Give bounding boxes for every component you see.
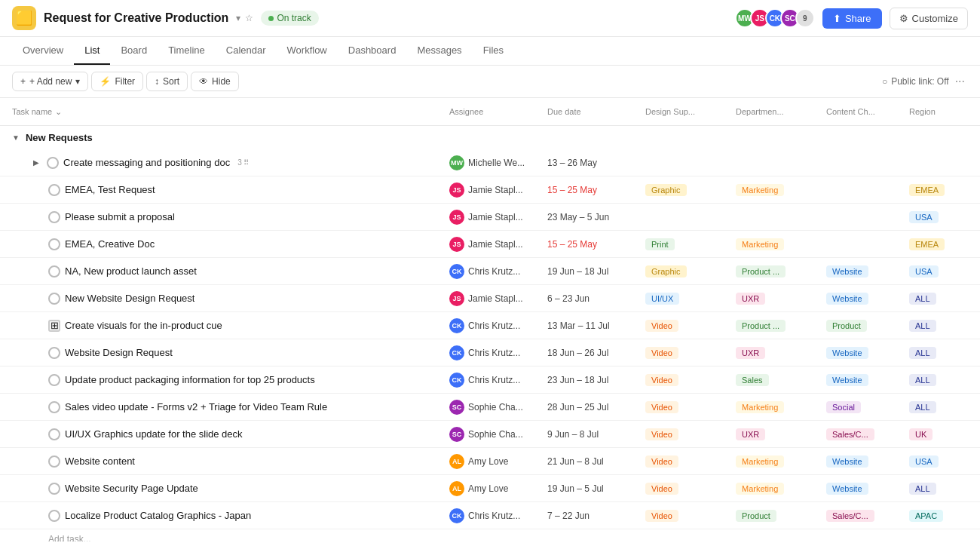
tab-dashboard[interactable]: Dashboard xyxy=(338,37,407,65)
task-checkbox[interactable] xyxy=(48,211,60,223)
region-cell: USA xyxy=(909,455,980,467)
assignee-cell: JS Jamie Stapl... xyxy=(449,237,547,252)
assignee-cell: AL Amy Love xyxy=(449,481,547,496)
assignee-cell: MW Michelle We... xyxy=(449,155,547,170)
task-name-cell: NA, New product launch asset xyxy=(12,265,449,278)
task-checkbox[interactable] xyxy=(48,265,60,278)
tab-timeline[interactable]: Timeline xyxy=(158,37,216,65)
project-title: Request for Creative Production xyxy=(44,11,228,25)
avatar: SC xyxy=(449,400,464,415)
task-name[interactable]: Website content xyxy=(65,455,135,467)
task-name[interactable]: NA, New product launch asset xyxy=(65,265,197,277)
task-name[interactable]: Update product packaging information for… xyxy=(65,374,315,385)
tab-board[interactable]: Board xyxy=(110,37,158,65)
table-row: Website Design Request CK Chris Krutz...… xyxy=(0,339,980,367)
star-icon[interactable]: ☆ xyxy=(245,13,253,23)
col-department: Departmen... xyxy=(736,107,826,116)
design-sup-cell: Video xyxy=(645,401,736,413)
assignee-cell: SC Sophie Cha... xyxy=(449,427,547,442)
task-name[interactable]: Localize Product Catalog Graphics - Japa… xyxy=(65,510,251,521)
tab-calendar[interactable]: Calendar xyxy=(216,37,277,65)
task-checkbox[interactable] xyxy=(48,401,60,413)
design-sup-cell: Graphic xyxy=(645,184,736,195)
table-row: Sales video update - Forms v2 + Triage f… xyxy=(0,394,980,421)
task-name[interactable]: Website Security Page Update xyxy=(65,483,198,494)
task-checkbox[interactable] xyxy=(48,184,60,196)
filter-button[interactable]: ⚡ Filter xyxy=(91,72,143,91)
task-checkbox[interactable] xyxy=(47,157,59,169)
tab-list[interactable]: List xyxy=(74,37,110,65)
department-tag: Product xyxy=(736,510,776,522)
content-cell: Social xyxy=(826,401,909,413)
task-checkbox[interactable] xyxy=(48,293,60,305)
assignee-cell: JS Jamie Stapl... xyxy=(449,210,547,225)
content-tag: Website xyxy=(826,455,868,468)
region-cell: ALL xyxy=(909,483,980,494)
col-design-sup: Design Sup... xyxy=(645,107,736,116)
task-checkbox[interactable] xyxy=(48,483,60,495)
design-sup-tag: Graphic xyxy=(645,184,687,196)
task-name[interactable]: Sales video update - Forms v2 + Triage f… xyxy=(65,401,327,413)
tab-files[interactable]: Files xyxy=(473,37,514,65)
task-name-cell: New Website Design Request xyxy=(12,293,449,305)
customize-button[interactable]: ⚙ Customize xyxy=(890,8,968,29)
tab-workflow[interactable]: Workflow xyxy=(277,37,338,65)
assignee-name: Jamie Stapl... xyxy=(468,185,523,195)
expand-icon[interactable]: ▶ xyxy=(30,157,42,169)
task-name[interactable]: Create messaging and positioning doc xyxy=(63,157,230,168)
task-name[interactable]: New Website Design Request xyxy=(65,293,194,304)
task-checkbox[interactable] xyxy=(48,455,60,468)
due-date: 23 May – 5 Jun xyxy=(547,212,645,222)
task-checkbox[interactable] xyxy=(48,428,60,440)
region-cell: USA xyxy=(909,211,980,222)
task-name[interactable]: UI/UX Graphics update for the slide deck xyxy=(65,428,243,440)
tab-messages[interactable]: Messages xyxy=(406,37,472,65)
task-checkbox[interactable] xyxy=(48,347,60,359)
assignee-name: Sophie Cha... xyxy=(468,429,523,440)
task-checkbox[interactable] xyxy=(48,510,60,522)
assignee-cell: SC Sophie Cha... xyxy=(449,400,547,415)
region-cell: EMEA xyxy=(909,238,980,250)
avatar: JS xyxy=(449,237,464,252)
tab-overview[interactable]: Overview xyxy=(12,37,74,65)
content-tag: Social xyxy=(826,401,861,413)
table-row: Update product packaging information for… xyxy=(0,367,980,394)
department-tag: Product ... xyxy=(736,320,786,332)
share-button[interactable]: ⬆ Share xyxy=(822,8,882,29)
hide-button[interactable]: 👁 Hide xyxy=(191,72,239,91)
task-name-cell: Website Design Request xyxy=(12,347,449,359)
task-name-cell: ▶ Create messaging and positioning doc 3… xyxy=(12,157,449,169)
task-name[interactable]: EMEA, Test Request xyxy=(65,184,155,195)
task-name[interactable]: Please submit a proposal xyxy=(65,211,175,222)
table-row: ⊞ Create visuals for the in-product cue … xyxy=(0,312,980,339)
add-new-button[interactable]: + + Add new ▾ xyxy=(12,72,88,91)
task-checkbox[interactable] xyxy=(48,238,60,250)
task-name[interactable]: EMEA, Creative Doc xyxy=(65,238,155,250)
due-date: 15 – 25 May xyxy=(547,239,645,250)
public-link[interactable]: ○ Public link: Off xyxy=(882,76,949,87)
design-sup-cell: Video xyxy=(645,320,736,331)
dropdown-icon[interactable]: ▾ xyxy=(236,13,240,23)
section-new-requests[interactable]: ▼ New Requests xyxy=(0,126,980,149)
subtask-count: 3 ⠿ xyxy=(237,158,249,167)
assignee-name: Jamie Stapl... xyxy=(468,293,523,304)
task-name[interactable]: Create visuals for the in-product cue xyxy=(65,320,222,331)
department-cell: UXR xyxy=(736,293,826,304)
task-name[interactable]: Website Design Request xyxy=(65,347,173,358)
title-icons: ▾ ☆ xyxy=(236,13,253,23)
task-checkbox[interactable]: ⊞ xyxy=(48,320,60,332)
more-button[interactable]: ··· xyxy=(952,72,968,91)
due-date: 15 – 25 May xyxy=(547,185,645,195)
region-tag: APAC xyxy=(909,510,943,522)
col-content: Content Ch... xyxy=(826,107,909,116)
task-name-cell: Website content xyxy=(12,455,449,468)
add-task-new-requests[interactable]: Add task... xyxy=(0,529,980,541)
task-checkbox[interactable] xyxy=(48,374,60,386)
due-date: 13 – 26 May xyxy=(547,158,645,168)
region-cell: ALL xyxy=(909,347,980,358)
design-sup-cell: UI/UX xyxy=(645,293,736,304)
assignee-name: Jamie Stapl... xyxy=(468,212,523,222)
status-badge[interactable]: On track xyxy=(261,11,318,26)
sort-button[interactable]: ↕ Sort xyxy=(146,72,188,91)
design-sup-tag: Video xyxy=(645,374,678,386)
